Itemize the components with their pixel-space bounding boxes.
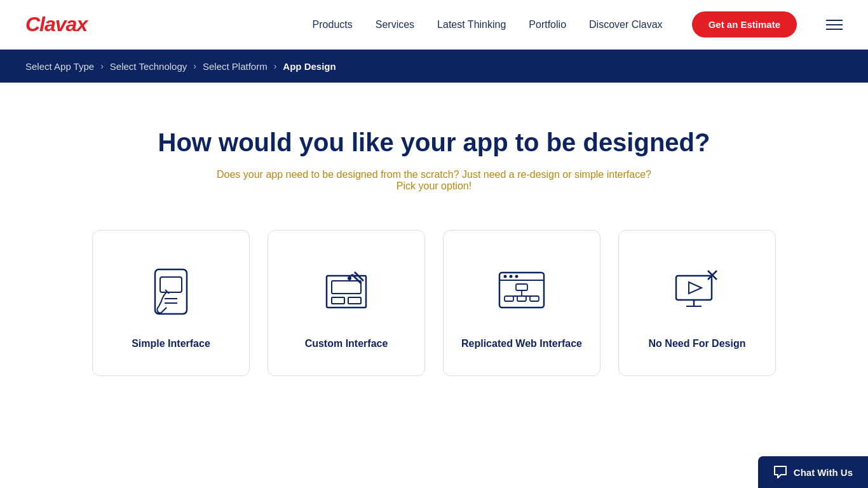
custom-interface-icon (318, 263, 375, 320)
svg-rect-24 (530, 296, 539, 301)
svg-point-13 (348, 276, 351, 280)
replicated-web-interface-icon (493, 263, 550, 320)
nav-portfolio[interactable]: Portfolio (529, 19, 566, 30)
svg-rect-23 (517, 296, 526, 301)
nav-latest-thinking[interactable]: Latest Thinking (437, 19, 506, 30)
svg-rect-8 (348, 297, 361, 304)
svg-point-17 (510, 275, 513, 278)
breadcrumb-app-design: App Design (283, 61, 336, 72)
breadcrumb-sep-2: › (193, 61, 196, 71)
svg-rect-25 (676, 276, 712, 300)
get-estimate-button[interactable]: Get an Estimate (692, 11, 797, 37)
no-need-for-design-label: No Need For Design (649, 338, 746, 349)
svg-rect-7 (332, 297, 344, 304)
breadcrumb-select-technology[interactable]: Select Technology (110, 61, 187, 72)
svg-point-16 (504, 275, 507, 278)
svg-rect-22 (505, 296, 513, 301)
main-nav: Products Services Latest Thinking Portfo… (313, 11, 843, 37)
svg-rect-1 (160, 277, 182, 292)
chat-label: Chat With Us (794, 467, 853, 478)
svg-marker-11 (352, 272, 363, 283)
page-title: How would you like your app to be design… (158, 127, 710, 158)
breadcrumb-sep-1: › (100, 61, 104, 71)
breadcrumb-sep-3: › (274, 61, 277, 71)
simple-interface-icon (142, 263, 200, 320)
header: Clavax Products Services Latest Thinking… (0, 0, 868, 50)
card-custom-interface[interactable]: Custom Interface (268, 230, 425, 376)
card-replicated-web-interface[interactable]: Replicated Web Interface (443, 230, 600, 376)
nav-services[interactable]: Services (376, 19, 414, 30)
chat-bubble-icon (773, 465, 787, 479)
card-no-need-for-design[interactable]: No Need For Design (618, 230, 776, 376)
page-subtitle: Does your app need to be designed from t… (212, 169, 656, 192)
logo[interactable]: Clavax (25, 13, 87, 36)
svg-rect-6 (332, 281, 361, 294)
breadcrumb-select-platform[interactable]: Select Platform (203, 61, 268, 72)
custom-interface-label: Custom Interface (305, 338, 388, 349)
replicated-web-interface-label: Replicated Web Interface (461, 338, 582, 349)
hamburger-menu-button[interactable] (826, 20, 843, 30)
no-need-for-design-icon (668, 263, 726, 320)
main-content: How would you like your app to be design… (0, 83, 868, 414)
card-simple-interface[interactable]: Simple Interface (92, 230, 250, 376)
breadcrumb-bar: Select App Type › Select Technology › Se… (0, 50, 868, 83)
svg-point-18 (515, 275, 519, 278)
simple-interface-label: Simple Interface (132, 338, 210, 349)
nav-discover[interactable]: Discover Clavax (589, 19, 663, 30)
chat-with-us-button[interactable]: Chat With Us (758, 456, 868, 488)
design-options-row: Simple Interface Custom Interface (85, 230, 783, 376)
breadcrumb-select-app-type[interactable]: Select App Type (25, 61, 94, 72)
svg-rect-19 (516, 284, 527, 290)
nav-products[interactable]: Products (313, 19, 353, 30)
